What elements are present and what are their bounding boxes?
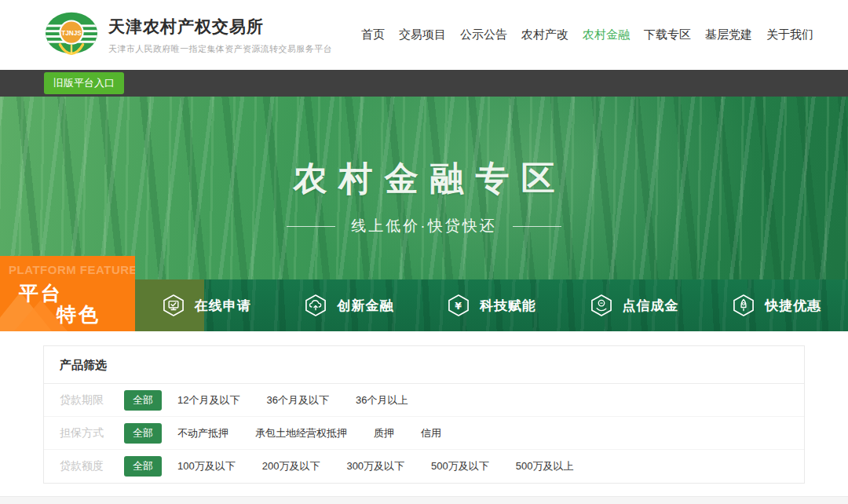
site-title: 天津农村产权交易所 (108, 16, 332, 38)
filter-options: 12个月及以下 36个月及以下 36个月以上 (177, 393, 408, 407)
tab-tech-enable[interactable]: ¥ 科技赋能 (420, 279, 563, 331)
hero-subtitle: 线上低价·快贷快还 (351, 216, 496, 236)
tab-label: 点信成金 (623, 297, 679, 315)
platform-features-ribbon: PLATFORM FEATURES 平台 特色 (0, 256, 135, 331)
tab-online-apply[interactable]: 在线申请 (135, 279, 278, 331)
tab-credit-gold[interactable]: 点信成金 (563, 279, 706, 331)
filter-row-guarantee-type: 担保方式 全部 不动产抵押 承包土地经营权抵押 质押 信用 (44, 417, 804, 450)
innovation-finance-icon (304, 294, 327, 317)
feature-tab-strip: 在线申请 创新金融 ¥ 科技赋能 (135, 279, 848, 331)
site-identity: 天津农村产权交易所 天津市人民政府唯一指定集体资产资源流转交易服务平台 (108, 16, 332, 55)
nav-party-building[interactable]: 基层党建 (705, 27, 752, 42)
tab-fast-discount[interactable]: 快捷优惠 (705, 279, 848, 331)
tab-label: 快捷优惠 (765, 297, 821, 315)
subtitle-right-line (513, 226, 561, 227)
utility-bar: 旧版平台入口 (0, 70, 848, 97)
credit-gold-icon (590, 294, 613, 317)
nav-rural-finance[interactable]: 农村金融 (583, 27, 630, 42)
filter-row-loan-amount: 贷款额度 全部 100万及以下 200万及以下 300万及以下 500万及以下 … (44, 450, 804, 483)
svg-text:¥: ¥ (455, 300, 462, 312)
tab-label: 创新金融 (337, 297, 393, 315)
tab-label: 在线申请 (195, 297, 251, 315)
nav-home[interactable]: 首页 (361, 27, 385, 42)
filter-options: 100万及以下 200万及以下 300万及以下 500万及以下 500万及以上 (177, 459, 574, 473)
filter-option[interactable]: 500万及以上 (516, 459, 574, 473)
filter-option[interactable]: 36个月以上 (356, 393, 408, 407)
filter-options: 不动产抵押 承包土地经营权抵押 质押 信用 (177, 426, 441, 440)
filter-option[interactable]: 不动产抵押 (177, 426, 228, 440)
fast-discount-icon (732, 294, 755, 317)
site-header: TJNJS 天津农村产权交易所 天津市人民政府唯一指定集体资产资源流转交易服务平… (0, 0, 848, 70)
filter-card-title: 产品筛选 (44, 346, 804, 384)
ribbon-zh-line2: 特色 (57, 301, 101, 327)
filter-option[interactable]: 100万及以下 (177, 459, 236, 473)
nav-trade-projects[interactable]: 交易项目 (399, 27, 446, 42)
filter-option[interactable]: 质押 (374, 426, 394, 440)
tab-innovation-finance[interactable]: 创新金融 (278, 279, 421, 331)
filter-row-label: 贷款额度 (60, 459, 110, 473)
nav-download-zone[interactable]: 下载专区 (644, 27, 691, 42)
hero-title: 农村金融专区 (0, 156, 848, 202)
nav-about-us[interactable]: 关于我们 (766, 27, 813, 42)
svg-text:TJNJS: TJNJS (61, 29, 82, 36)
subtitle-left-line (287, 226, 335, 227)
filter-option[interactable]: 300万及以下 (346, 459, 404, 473)
filter-option[interactable]: 36个月及以下 (266, 393, 328, 407)
tech-enable-icon: ¥ (447, 294, 470, 317)
ribbon-english-label: PLATFORM FEATURES (9, 263, 135, 276)
nav-rural-reform[interactable]: 农村产改 (521, 27, 568, 42)
filter-all-badge[interactable]: 全部 (124, 456, 162, 477)
filter-option[interactable]: 12个月及以下 (177, 393, 239, 407)
filter-row-loan-term: 贷款期限 全部 12个月及以下 36个月及以下 36个月以上 (44, 384, 804, 417)
filter-row-label: 担保方式 (60, 426, 110, 440)
site-logo-icon: TJNJS (44, 8, 99, 63)
filter-row-label: 贷款期限 (60, 393, 110, 407)
nav-public-notice[interactable]: 公示公告 (460, 27, 507, 42)
filter-all-badge[interactable]: 全部 (124, 423, 162, 444)
filter-option[interactable]: 500万及以下 (431, 459, 489, 473)
site-subtitle: 天津市人民政府唯一指定集体资产资源流转交易服务平台 (108, 43, 332, 55)
feature-tabs: 在线申请 创新金融 ¥ 科技赋能 (135, 279, 848, 331)
hero-subtitle-row: 线上低价·快贷快还 (0, 216, 848, 236)
filter-all-badge[interactable]: 全部 (124, 390, 162, 411)
online-apply-icon (162, 294, 185, 317)
tab-label: 科技赋能 (480, 297, 536, 315)
filter-option[interactable]: 200万及以下 (262, 459, 320, 473)
main-nav: 首页 交易项目 公示公告 农村产改 农村金融 下载专区 基层党建 关于我们 (361, 27, 813, 42)
filter-option[interactable]: 承包土地经营权抵押 (255, 426, 347, 440)
hero-banner: 农村金融专区 线上低价·快贷快还 在线申请 (0, 97, 848, 331)
footer-strip (0, 496, 848, 504)
old-platform-entry-button[interactable]: 旧版平台入口 (44, 72, 124, 94)
product-filter-card: 产品筛选 贷款期限 全部 12个月及以下 36个月及以下 36个月以上 担保方式… (43, 345, 805, 484)
filter-option[interactable]: 信用 (421, 426, 441, 440)
